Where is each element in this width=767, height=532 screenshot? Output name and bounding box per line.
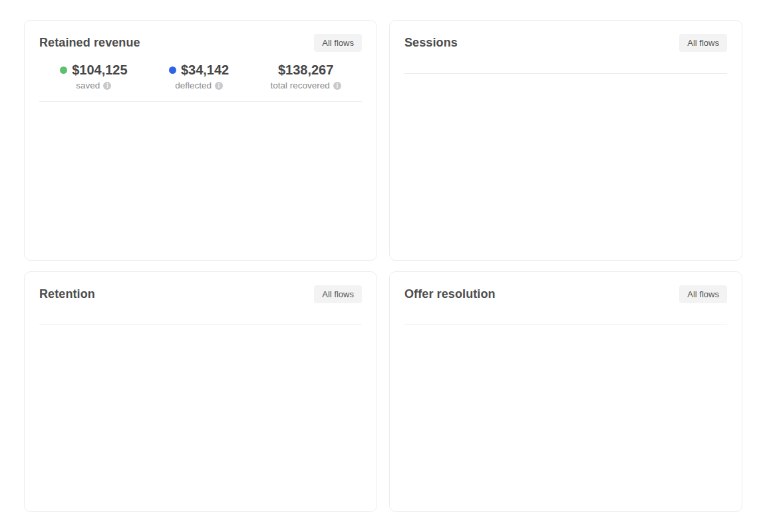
stat-total-recovered: $138,267total recoveredi	[271, 63, 341, 90]
all-flows-button[interactable]: All flows	[314, 34, 362, 52]
card-title: Retention	[39, 287, 95, 301]
stat-label-text: saved	[76, 80, 100, 90]
stat-label: deflectedi	[169, 80, 229, 90]
card-title: Offer resolution	[404, 287, 496, 301]
info-icon[interactable]: i	[103, 82, 111, 90]
card-retention: Retention All flows	[24, 271, 377, 512]
all-flows-button[interactable]: All flows	[314, 285, 362, 303]
saved-legend-dot-icon	[60, 66, 67, 74]
chart-retained-revenue	[39, 106, 362, 243]
stacked-bar-chart	[39, 106, 362, 243]
stat-value: $34,142	[181, 63, 229, 78]
stat-deflected: $34,142deflectedi	[169, 63, 229, 90]
chart-sessions	[404, 78, 727, 215]
card-title: Retained revenue	[39, 36, 140, 50]
line-chart	[404, 78, 727, 215]
card-retained-revenue: Retained revenue All flows $104,125saved…	[24, 20, 377, 261]
all-flows-button[interactable]: All flows	[679, 34, 727, 52]
card-header: Retained revenue All flows	[39, 34, 362, 52]
stat-label-text: deflected	[175, 80, 212, 90]
stat-saved: $104,125savedi	[60, 63, 127, 90]
card-sessions: Sessions All flows	[389, 20, 742, 261]
card-offer-resolution: Offer resolution All flows	[389, 271, 742, 512]
deflected-legend-dot-icon	[169, 66, 176, 74]
card-header: Retention All flows	[39, 285, 362, 303]
all-flows-button[interactable]: All flows	[679, 285, 727, 303]
stats-row	[404, 63, 727, 74]
stats-row	[39, 314, 362, 325]
chart-offer-resolution	[404, 329, 727, 466]
stat-label: total recoveredi	[271, 80, 341, 90]
stat-label-text: total recovered	[271, 80, 330, 90]
dashboard-grid: Retained revenue All flows $104,125saved…	[0, 0, 767, 532]
stacked-bar-chart	[404, 329, 727, 466]
stacked-bar-chart	[39, 329, 362, 466]
chart-retention	[39, 329, 362, 466]
info-icon[interactable]: i	[333, 82, 341, 90]
card-title: Sessions	[404, 36, 458, 50]
stats-row: $104,125savedi$34,142deflectedi$138,267t…	[39, 63, 362, 102]
card-header: Sessions All flows	[404, 34, 727, 52]
info-icon[interactable]: i	[215, 82, 223, 90]
card-header: Offer resolution All flows	[404, 285, 727, 303]
stat-value: $104,125	[72, 63, 127, 78]
stats-row	[404, 314, 727, 325]
stat-label: savedi	[60, 80, 127, 90]
stat-value: $138,267	[278, 63, 333, 78]
